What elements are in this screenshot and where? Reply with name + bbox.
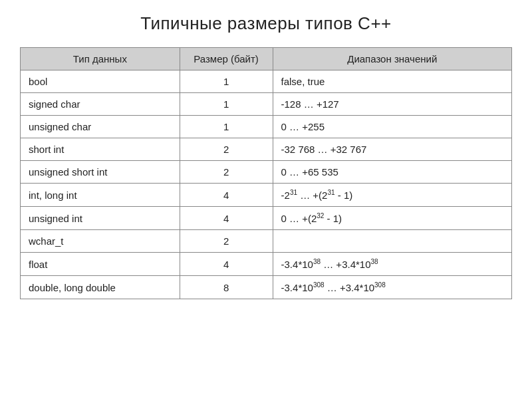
col-header-size: Размер (байт)	[180, 48, 273, 70]
table-row: unsigned char10 … +255	[21, 116, 512, 138]
cell-type: short int	[21, 138, 180, 161]
cell-size: 2	[180, 230, 273, 253]
col-header-range: Диапазон значений	[273, 48, 511, 70]
table-header-row: Тип данных Размер (байт) Диапазон значен…	[21, 48, 512, 70]
cell-range: 0 … +255	[273, 116, 511, 138]
cell-range: 0 … +65 535	[273, 161, 511, 184]
cell-size: 1	[180, 93, 273, 116]
cell-type: unsigned short int	[21, 161, 180, 184]
cell-range: -3.4*10308 … +3.4*10308	[273, 276, 511, 299]
data-types-table: Тип данных Размер (байт) Диапазон значен…	[20, 47, 512, 299]
cell-range: -3.4*1038 … +3.4*1038	[273, 253, 511, 276]
table-row: signed char1-128 … +127	[21, 93, 512, 116]
table-row: wchar_t2	[21, 230, 512, 253]
table-row: double, long double8-3.4*10308 … +3.4*10…	[21, 276, 512, 299]
cell-size: 1	[180, 116, 273, 138]
cell-range	[273, 230, 511, 253]
cell-size: 4	[180, 184, 273, 207]
cell-size: 2	[180, 138, 273, 161]
cell-range: 0 … +(232 - 1)	[273, 207, 511, 230]
cell-size: 8	[180, 276, 273, 299]
cell-size: 4	[180, 207, 273, 230]
cell-type: float	[21, 253, 180, 276]
cell-size: 1	[180, 70, 273, 93]
cell-type: int, long int	[21, 184, 180, 207]
cell-type: wchar_t	[21, 230, 180, 253]
cell-range: -128 … +127	[273, 93, 511, 116]
table-row: float4-3.4*1038 … +3.4*1038	[21, 253, 512, 276]
cell-range: false, true	[273, 70, 511, 93]
table-row: short int2-32 768 … +32 767	[21, 138, 512, 161]
cell-type: double, long double	[21, 276, 180, 299]
col-header-type: Тип данных	[21, 48, 180, 70]
cell-type: unsigned int	[21, 207, 180, 230]
cell-type: signed char	[21, 93, 180, 116]
cell-range: -231 … +(231 - 1)	[273, 184, 511, 207]
table-row: bool1false, true	[21, 70, 512, 93]
cell-size: 4	[180, 253, 273, 276]
table-row: int, long int4-231 … +(231 - 1)	[21, 184, 512, 207]
table-row: unsigned int40 … +(232 - 1)	[21, 207, 512, 230]
page-title: Типичные размеры типов С++	[140, 13, 392, 34]
cell-range: -32 768 … +32 767	[273, 138, 511, 161]
cell-size: 2	[180, 161, 273, 184]
cell-type: unsigned char	[21, 116, 180, 138]
cell-type: bool	[21, 70, 180, 93]
table-row: unsigned short int20 … +65 535	[21, 161, 512, 184]
